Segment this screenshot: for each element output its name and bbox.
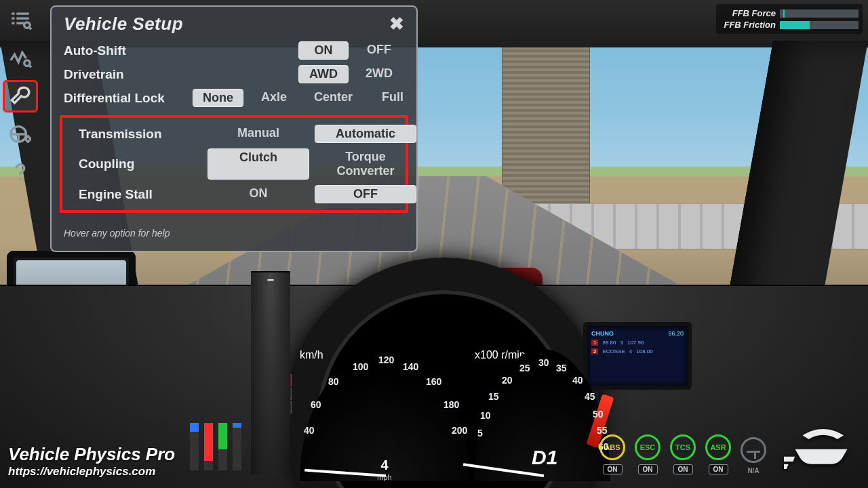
skyscraper: [502, 41, 590, 210]
pedal-bars: [190, 422, 241, 470]
graph-button[interactable]: [3, 42, 38, 75]
driver-assist-row: ABS ON ESC ON TCS ON ASR ON N/A: [599, 434, 766, 474]
ffb-friction-label: FFB Friction: [720, 20, 776, 30]
gear-indicator-column: M L P – R – N – D: [251, 411, 290, 474]
graph-icon: [9, 47, 32, 70]
telemetry-list-button[interactable]: [3, 4, 38, 37]
help-button[interactable]: [3, 156, 38, 188]
vehicle-setup-button[interactable]: [3, 80, 38, 113]
svg-point-3: [26, 137, 30, 141]
assist-tcs: TCS ON: [670, 434, 696, 474]
assist-abs: ABS ON: [599, 434, 625, 474]
pedal-bar-hand: [233, 423, 241, 470]
wrench-icon: [9, 85, 32, 108]
option-automatic[interactable]: Automatic: [315, 125, 416, 143]
svg-point-0: [24, 22, 31, 28]
ffb-panel: FFB Force FFB Friction: [716, 4, 863, 34]
close-icon: ✖: [389, 14, 404, 34]
telemetry-list-icon: [9, 9, 32, 32]
setup-row-coupling: CouplingClutchTorque Converter: [66, 146, 401, 182]
setup-label: Coupling: [79, 157, 201, 171]
assist-steer: N/A: [741, 437, 766, 474]
option-axle[interactable]: Axle: [249, 89, 299, 107]
driving-aids-button[interactable]: [3, 118, 38, 150]
vpp-logo-icon: [784, 420, 859, 473]
assist-steer-na: N/A: [747, 467, 759, 474]
setup-choices: ClutchTorque Converter: [208, 148, 416, 180]
pedal-bar-clutch: [190, 423, 199, 470]
assist-esc: ESC ON: [635, 434, 660, 474]
setup-choices: ONOFF: [208, 185, 416, 203]
close-button[interactable]: ✖: [389, 14, 404, 35]
setup-row-auto-shift: Auto-ShiftONOFF: [52, 39, 416, 62]
svg-point-4: [19, 178, 21, 180]
setup-row-engine-stall: Engine StallONOFF: [66, 182, 401, 206]
esc-ring-icon: ESC: [635, 434, 660, 460]
setup-choices: ONOFF: [193, 41, 404, 60]
option-on[interactable]: ON: [298, 41, 349, 60]
ffb-force-bar: [780, 9, 859, 18]
product-branding: Vehicle Physics Pro https://vehiclephysi…: [8, 444, 175, 479]
setup-row-differential-lock: Differential LockNoneAxleCenterFull: [52, 86, 416, 110]
pedal-bar-brake: [204, 423, 213, 470]
setup-label: Transmission: [79, 127, 201, 142]
vpp-logo: [784, 420, 859, 476]
vehicle-setup-panel: Vehicle Setup ✖ Auto-ShiftONOFFDrivetrai…: [50, 5, 418, 252]
setup-label: Auto-Shift: [64, 43, 186, 58]
option-torque-converter[interactable]: Torque Converter: [315, 148, 416, 180]
option-on[interactable]: ON: [208, 185, 309, 203]
option-off[interactable]: OFF: [315, 185, 416, 203]
setup-choices: NoneAxleCenterFull: [193, 89, 418, 107]
ffb-friction-bar: [780, 21, 859, 29]
svg-rect-6: [784, 464, 789, 469]
assist-asr-toggle[interactable]: ON: [709, 464, 728, 474]
setup-row-transmission: TransmissionManualAutomatic: [66, 122, 401, 146]
assist-abs-toggle[interactable]: ON: [603, 464, 623, 474]
assist-asr: ASR ON: [705, 434, 731, 474]
option-clutch[interactable]: Clutch: [208, 148, 309, 180]
option-none[interactable]: None: [193, 89, 243, 107]
assist-tcs-toggle[interactable]: ON: [673, 464, 693, 474]
option-full[interactable]: Full: [368, 89, 418, 107]
option-2wd[interactable]: 2WD: [354, 65, 404, 83]
help-icon: [9, 161, 32, 184]
setup-choices: AWD2WD: [193, 65, 404, 83]
setup-row-drivetrain: DrivetrainAWD2WD: [52, 62, 416, 86]
tcs-ring-icon: TCS: [670, 434, 696, 460]
panel-help-text: Hover any option for help: [52, 216, 416, 241]
left-toolbar: [3, 4, 41, 188]
brand-title: Vehicle Physics Pro: [8, 444, 175, 465]
steer-assist-icon: [741, 437, 766, 463]
svg-rect-5: [784, 457, 795, 462]
option-awd[interactable]: AWD: [298, 65, 349, 83]
setup-choices: ManualAutomatic: [208, 125, 416, 143]
option-off[interactable]: OFF: [354, 41, 404, 60]
ffb-force-label: FFB Force: [720, 8, 776, 18]
option-manual[interactable]: Manual: [208, 125, 309, 143]
setup-label: Engine Stall: [79, 187, 201, 202]
svg-point-1: [24, 60, 31, 66]
steering-aid-icon: [9, 123, 32, 146]
highlighted-settings-group: TransmissionManualAutomaticCouplingClutc…: [60, 115, 408, 213]
setup-label: Differential Lock: [64, 91, 186, 106]
setup-label: Drivetrain: [64, 67, 186, 82]
brand-url: https://vehiclephysics.com: [8, 465, 175, 479]
panel-title: Vehicle Setup: [64, 14, 183, 35]
asr-ring-icon: ASR: [705, 434, 731, 460]
abs-ring-icon: ABS: [599, 434, 625, 460]
pedal-bar-throttle: [218, 423, 227, 470]
option-center[interactable]: Center: [304, 89, 362, 107]
assist-esc-toggle[interactable]: ON: [638, 464, 658, 474]
ai-car-ahead: [420, 268, 542, 298]
